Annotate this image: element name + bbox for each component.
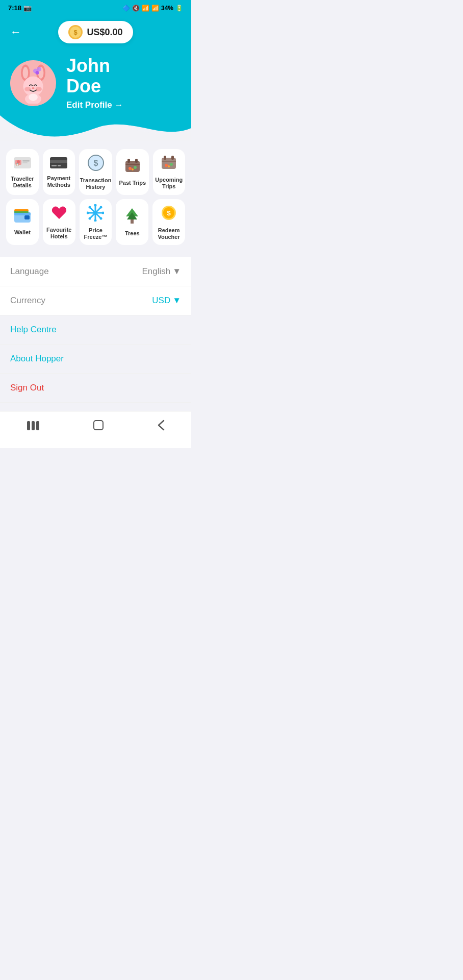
grid-item-traveller-details[interactable]: 📋 Traveller Details bbox=[6, 149, 39, 195]
grid-item-favourite-hotels[interactable]: Favourite Hotels bbox=[43, 199, 75, 245]
trees-icon bbox=[124, 207, 140, 227]
past-trips-label: Past Trips bbox=[119, 180, 146, 186]
grid-item-upcoming-trips[interactable]: Upcoming Trips bbox=[153, 149, 186, 195]
svg-point-10 bbox=[35, 71, 39, 75]
traveller-details-label: Traveller Details bbox=[8, 176, 37, 189]
transaction-history-label: Transaction History bbox=[80, 177, 112, 190]
svg-rect-65 bbox=[131, 219, 134, 224]
language-label: Language bbox=[10, 266, 49, 277]
grid-item-transaction-history[interactable]: $ Transaction History bbox=[79, 149, 112, 195]
svg-text:$: $ bbox=[167, 209, 171, 217]
upcoming-trips-icon bbox=[160, 155, 178, 174]
payment-methods-label: Payment Methods bbox=[45, 175, 73, 188]
profile-info: John Doe Edit Profile → bbox=[66, 56, 123, 110]
wifi-icon: 📶 bbox=[142, 5, 149, 12]
mute-icon: 🔇 bbox=[132, 5, 140, 12]
redeem-voucher-icon: $ bbox=[160, 204, 177, 224]
grid-row-1: 📋 Traveller Details Payment Methods bbox=[6, 149, 185, 195]
svg-rect-40 bbox=[162, 161, 176, 162]
past-trips-icon bbox=[123, 158, 142, 177]
wallet-label: Wallet bbox=[14, 229, 31, 236]
svg-point-58 bbox=[102, 211, 105, 214]
language-value: English ▼ bbox=[142, 266, 181, 277]
home-button[interactable] bbox=[85, 418, 112, 436]
grid-item-past-trips[interactable]: Past Trips bbox=[116, 149, 149, 195]
menu-button[interactable] bbox=[19, 418, 47, 435]
svg-rect-26 bbox=[58, 165, 61, 166]
svg-text:$: $ bbox=[93, 159, 98, 167]
svg-rect-49 bbox=[14, 211, 29, 213]
grid-item-wallet[interactable]: Wallet bbox=[6, 199, 39, 245]
svg-point-41 bbox=[165, 164, 168, 167]
price-freeze-icon bbox=[87, 204, 104, 224]
svg-point-11 bbox=[23, 76, 43, 96]
profile-section: John Doe Edit Profile → bbox=[10, 56, 181, 110]
svg-point-16 bbox=[29, 93, 38, 101]
svg-rect-31 bbox=[127, 159, 130, 163]
wave-divider bbox=[0, 115, 191, 141]
home-icon bbox=[93, 421, 104, 433]
svg-point-55 bbox=[94, 204, 97, 207]
language-chevron-icon: ▼ bbox=[172, 266, 181, 277]
svg-rect-71 bbox=[36, 421, 39, 430]
wallet-icon bbox=[13, 208, 32, 226]
payment-methods-icon bbox=[49, 156, 68, 172]
avatar bbox=[10, 60, 56, 106]
favourite-hotels-icon bbox=[50, 205, 68, 224]
help-centre-button[interactable]: Help Centre bbox=[0, 315, 191, 345]
currency-row[interactable]: Currency USD ▼ bbox=[0, 286, 191, 315]
currency-label: Currency bbox=[10, 296, 45, 306]
transaction-history-icon: $ bbox=[87, 154, 105, 174]
svg-rect-33 bbox=[125, 164, 140, 165]
language-row[interactable]: Language English ▼ bbox=[0, 257, 191, 286]
traveller-details-icon: 📋 bbox=[13, 156, 32, 173]
camera-icon: 📷 bbox=[23, 4, 32, 12]
back-nav-icon bbox=[158, 421, 165, 433]
svg-text:$: $ bbox=[74, 29, 78, 36]
svg-point-34 bbox=[128, 167, 132, 170]
coin-icon: $ bbox=[68, 25, 83, 39]
grid-item-redeem-voucher[interactable]: $ Redeem Voucher bbox=[152, 199, 185, 245]
currency-value: USD ▼ bbox=[152, 296, 181, 306]
svg-rect-69 bbox=[27, 421, 30, 430]
svg-rect-72 bbox=[94, 421, 103, 430]
svg-rect-39 bbox=[171, 156, 174, 160]
svg-point-36 bbox=[132, 168, 134, 170]
balance-pill: $ US$0.00 bbox=[58, 21, 133, 43]
edit-profile-button[interactable]: Edit Profile → bbox=[66, 100, 123, 110]
status-bar: 7:18 📷 🔷 🔇 📶 📶 34% 🔋 bbox=[0, 0, 191, 15]
grid-item-payment-methods[interactable]: Payment Methods bbox=[43, 149, 75, 195]
upcoming-trips-label: Upcoming Trips bbox=[155, 177, 184, 190]
svg-point-35 bbox=[134, 166, 137, 169]
svg-point-43 bbox=[168, 165, 170, 167]
back-icon: ← bbox=[10, 26, 21, 38]
svg-rect-21 bbox=[22, 162, 28, 163]
svg-point-61 bbox=[100, 206, 102, 208]
price-freeze-label: Price Freeze™ bbox=[82, 227, 110, 240]
grid-item-price-freeze[interactable]: Price Freeze™ bbox=[80, 199, 112, 245]
status-right: 🔷 🔇 📶 📶 34% 🔋 bbox=[122, 5, 183, 12]
svg-point-59 bbox=[89, 206, 91, 208]
svg-rect-38 bbox=[164, 156, 166, 160]
svg-point-56 bbox=[94, 219, 97, 222]
svg-point-42 bbox=[170, 163, 173, 166]
svg-point-13 bbox=[35, 87, 41, 91]
svg-rect-20 bbox=[22, 160, 30, 162]
battery: 34% bbox=[161, 5, 173, 12]
redeem-voucher-label: Redeem Voucher bbox=[155, 227, 183, 240]
svg-rect-25 bbox=[52, 165, 57, 166]
svg-point-60 bbox=[100, 217, 102, 219]
svg-point-54 bbox=[93, 211, 97, 215]
grid-item-trees[interactable]: Trees bbox=[116, 199, 148, 245]
back-nav-button[interactable] bbox=[149, 418, 173, 436]
sign-out-button[interactable]: Sign Out bbox=[0, 374, 191, 403]
battery-icon: 🔋 bbox=[175, 5, 183, 12]
about-hopper-button[interactable]: About Hopper bbox=[0, 345, 191, 374]
favourite-hotels-label: Favourite Hotels bbox=[45, 227, 73, 240]
signal-icon: 📶 bbox=[151, 5, 159, 12]
wave-svg bbox=[0, 115, 191, 141]
svg-point-9 bbox=[37, 67, 41, 71]
svg-point-14 bbox=[32, 87, 34, 89]
settings-section: Language English ▼ Currency USD ▼ Help C… bbox=[0, 253, 191, 407]
back-button[interactable]: ← bbox=[10, 26, 21, 39]
